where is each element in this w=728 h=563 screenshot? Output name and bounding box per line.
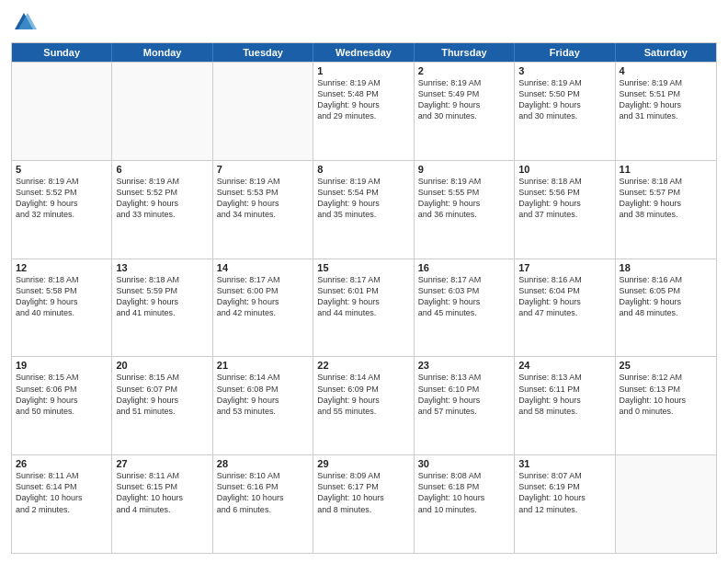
header-day-monday: Monday [112,43,212,62]
calendar-cell-2-0: 12Sunrise: 8:18 AM Sunset: 5:58 PM Dayli… [12,259,112,357]
day-number: 3 [518,65,610,76]
day-number: 29 [317,458,409,469]
cell-info: Sunrise: 8:17 AM Sunset: 6:01 PM Dayligh… [317,274,409,319]
cell-info: Sunrise: 8:19 AM Sunset: 5:54 PM Dayligh… [317,176,409,221]
header-day-tuesday: Tuesday [213,43,313,62]
header-day-saturday: Saturday [616,43,716,62]
calendar-cell-2-3: 15Sunrise: 8:17 AM Sunset: 6:01 PM Dayli… [313,259,414,357]
cell-info: Sunrise: 8:13 AM Sunset: 6:11 PM Dayligh… [518,372,610,417]
day-number: 18 [620,262,712,273]
day-number: 20 [116,360,208,371]
calendar-cell-1-5: 10Sunrise: 8:18 AM Sunset: 5:56 PM Dayli… [515,161,615,259]
cell-info: Sunrise: 8:10 AM Sunset: 6:16 PM Dayligh… [217,470,309,515]
calendar-cell-1-2: 7Sunrise: 8:19 AM Sunset: 5:53 PM Daylig… [213,161,313,259]
day-number: 10 [518,164,610,175]
cell-info: Sunrise: 8:15 AM Sunset: 6:07 PM Dayligh… [116,372,208,417]
calendar-cell-1-3: 8Sunrise: 8:19 AM Sunset: 5:54 PM Daylig… [313,161,414,259]
logo-icon [11,9,37,35]
day-number: 19 [16,360,108,371]
calendar-cell-2-1: 13Sunrise: 8:18 AM Sunset: 5:59 PM Dayli… [112,259,212,357]
calendar-cell-0-2 [213,63,313,160]
calendar-cell-3-1: 20Sunrise: 8:15 AM Sunset: 6:07 PM Dayli… [112,357,212,454]
calendar-cell-3-4: 23Sunrise: 8:13 AM Sunset: 6:10 PM Dayli… [415,357,515,454]
calendar-cell-0-0 [12,63,112,160]
cell-info: Sunrise: 8:16 AM Sunset: 6:04 PM Dayligh… [518,274,610,319]
calendar-cell-2-2: 14Sunrise: 8:17 AM Sunset: 6:00 PM Dayli… [213,259,313,357]
cell-info: Sunrise: 8:12 AM Sunset: 6:13 PM Dayligh… [620,372,712,417]
header [11,9,717,35]
day-number: 16 [418,262,510,273]
calendar-row-2: 12Sunrise: 8:18 AM Sunset: 5:58 PM Dayli… [12,259,716,357]
cell-info: Sunrise: 8:19 AM Sunset: 5:55 PM Dayligh… [418,176,510,221]
day-number: 4 [620,65,712,76]
header-day-wednesday: Wednesday [313,43,414,62]
cell-info: Sunrise: 8:18 AM Sunset: 5:58 PM Dayligh… [16,274,108,319]
calendar-cell-3-6: 25Sunrise: 8:12 AM Sunset: 6:13 PM Dayli… [616,357,716,454]
cell-info: Sunrise: 8:18 AM Sunset: 5:57 PM Dayligh… [620,176,712,221]
calendar-cell-0-6: 4Sunrise: 8:19 AM Sunset: 5:51 PM Daylig… [616,63,716,160]
calendar-cell-4-0: 26Sunrise: 8:11 AM Sunset: 6:14 PM Dayli… [12,455,112,553]
cell-info: Sunrise: 8:14 AM Sunset: 6:09 PM Dayligh… [317,372,409,417]
calendar-body: 1Sunrise: 8:19 AM Sunset: 5:48 PM Daylig… [12,62,716,553]
calendar-cell-4-6 [616,455,716,553]
calendar-header: SundayMondayTuesdayWednesdayThursdayFrid… [12,43,716,62]
cell-info: Sunrise: 8:14 AM Sunset: 6:08 PM Dayligh… [217,372,309,417]
day-number: 2 [418,65,510,76]
cell-info: Sunrise: 8:17 AM Sunset: 6:00 PM Dayligh… [217,274,309,319]
day-number: 30 [418,458,510,469]
header-day-sunday: Sunday [12,43,112,62]
calendar-cell-1-0: 5Sunrise: 8:19 AM Sunset: 5:52 PM Daylig… [12,161,112,259]
cell-info: Sunrise: 8:19 AM Sunset: 5:49 PM Dayligh… [418,77,510,122]
cell-info: Sunrise: 8:19 AM Sunset: 5:50 PM Dayligh… [518,77,610,122]
day-number: 15 [317,262,409,273]
cell-info: Sunrise: 8:13 AM Sunset: 6:10 PM Dayligh… [418,372,510,417]
calendar-cell-1-6: 11Sunrise: 8:18 AM Sunset: 5:57 PM Dayli… [616,161,716,259]
day-number: 27 [116,458,208,469]
cell-info: Sunrise: 8:19 AM Sunset: 5:51 PM Dayligh… [620,77,712,122]
cell-info: Sunrise: 8:15 AM Sunset: 6:06 PM Dayligh… [16,372,108,417]
calendar-cell-2-4: 16Sunrise: 8:17 AM Sunset: 6:03 PM Dayli… [415,259,515,357]
calendar-cell-4-2: 28Sunrise: 8:10 AM Sunset: 6:16 PM Dayli… [213,455,313,553]
day-number: 24 [518,360,610,371]
calendar-cell-1-1: 6Sunrise: 8:19 AM Sunset: 5:52 PM Daylig… [112,161,212,259]
calendar-cell-0-5: 3Sunrise: 8:19 AM Sunset: 5:50 PM Daylig… [515,63,615,160]
cell-info: Sunrise: 8:18 AM Sunset: 5:59 PM Dayligh… [116,274,208,319]
calendar-cell-0-4: 2Sunrise: 8:19 AM Sunset: 5:49 PM Daylig… [415,63,515,160]
calendar-row-4: 26Sunrise: 8:11 AM Sunset: 6:14 PM Dayli… [12,454,716,553]
logo [11,9,40,35]
day-number: 5 [16,164,108,175]
day-number: 25 [620,360,712,371]
cell-info: Sunrise: 8:19 AM Sunset: 5:53 PM Dayligh… [217,176,309,221]
calendar-cell-4-3: 29Sunrise: 8:09 AM Sunset: 6:17 PM Dayli… [313,455,414,553]
day-number: 7 [217,164,309,175]
day-number: 6 [116,164,208,175]
cell-info: Sunrise: 8:18 AM Sunset: 5:56 PM Dayligh… [518,176,610,221]
calendar-cell-1-4: 9Sunrise: 8:19 AM Sunset: 5:55 PM Daylig… [415,161,515,259]
day-number: 13 [116,262,208,273]
day-number: 1 [317,65,409,76]
day-number: 8 [317,164,409,175]
day-number: 17 [518,262,610,273]
day-number: 12 [16,262,108,273]
cell-info: Sunrise: 8:11 AM Sunset: 6:14 PM Dayligh… [16,470,108,515]
calendar-row-3: 19Sunrise: 8:15 AM Sunset: 6:06 PM Dayli… [12,356,716,454]
page: SundayMondayTuesdayWednesdayThursdayFrid… [0,0,728,563]
calendar-row-1: 5Sunrise: 8:19 AM Sunset: 5:52 PM Daylig… [12,160,716,259]
day-number: 21 [217,360,309,371]
header-day-thursday: Thursday [415,43,515,62]
cell-info: Sunrise: 8:09 AM Sunset: 6:17 PM Dayligh… [317,470,409,515]
calendar-cell-3-0: 19Sunrise: 8:15 AM Sunset: 6:06 PM Dayli… [12,357,112,454]
cell-info: Sunrise: 8:19 AM Sunset: 5:52 PM Dayligh… [116,176,208,221]
calendar-cell-4-1: 27Sunrise: 8:11 AM Sunset: 6:15 PM Dayli… [112,455,212,553]
cell-info: Sunrise: 8:16 AM Sunset: 6:05 PM Dayligh… [620,274,712,319]
day-number: 22 [317,360,409,371]
calendar-cell-3-2: 21Sunrise: 8:14 AM Sunset: 6:08 PM Dayli… [213,357,313,454]
header-day-friday: Friday [515,43,615,62]
calendar: SundayMondayTuesdayWednesdayThursdayFrid… [11,42,717,554]
day-number: 11 [620,164,712,175]
calendar-cell-3-3: 22Sunrise: 8:14 AM Sunset: 6:09 PM Dayli… [313,357,414,454]
day-number: 9 [418,164,510,175]
cell-info: Sunrise: 8:11 AM Sunset: 6:15 PM Dayligh… [116,470,208,515]
day-number: 31 [518,458,610,469]
calendar-cell-4-4: 30Sunrise: 8:08 AM Sunset: 6:18 PM Dayli… [415,455,515,553]
